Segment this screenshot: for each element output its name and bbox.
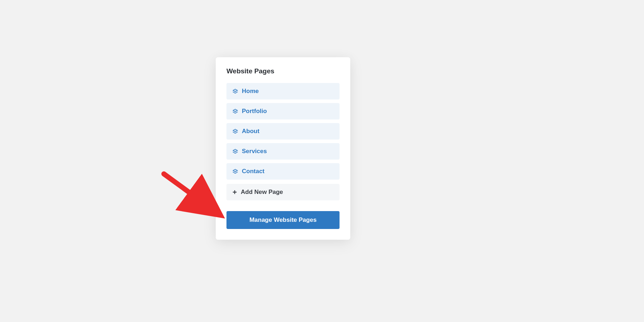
page-item-label: Home [242,88,259,95]
plus-icon [232,190,237,195]
page-item-about[interactable]: About [226,123,340,140]
page-list: Home Portfolio About [226,83,340,200]
panel-title: Website Pages [226,67,340,75]
svg-marker-1 [233,109,238,112]
page-item-home[interactable]: Home [226,83,340,99]
layers-icon [232,169,238,175]
add-new-page-button[interactable]: Add New Page [226,184,340,200]
layers-icon [232,128,238,135]
layers-icon [232,108,238,114]
manage-pages-button[interactable]: Manage Website Pages [226,211,340,229]
svg-marker-2 [233,129,238,132]
page-item-label: About [242,128,259,135]
page-item-services[interactable]: Services [226,143,340,160]
svg-marker-4 [233,169,238,172]
page-item-label: Services [242,148,267,155]
svg-line-8 [164,174,213,210]
layers-icon [232,88,238,94]
page-item-portfolio[interactable]: Portfolio [226,103,340,119]
page-item-label: Contact [242,168,264,175]
page-item-contact[interactable]: Contact [226,163,340,180]
page-item-label: Portfolio [242,108,267,115]
svg-rect-6 [233,192,237,192]
svg-marker-3 [233,149,238,152]
add-item-label: Add New Page [241,189,283,196]
website-pages-panel: Website Pages Home Portfolio [216,57,350,240]
svg-marker-0 [233,89,238,92]
layers-icon [232,148,238,155]
